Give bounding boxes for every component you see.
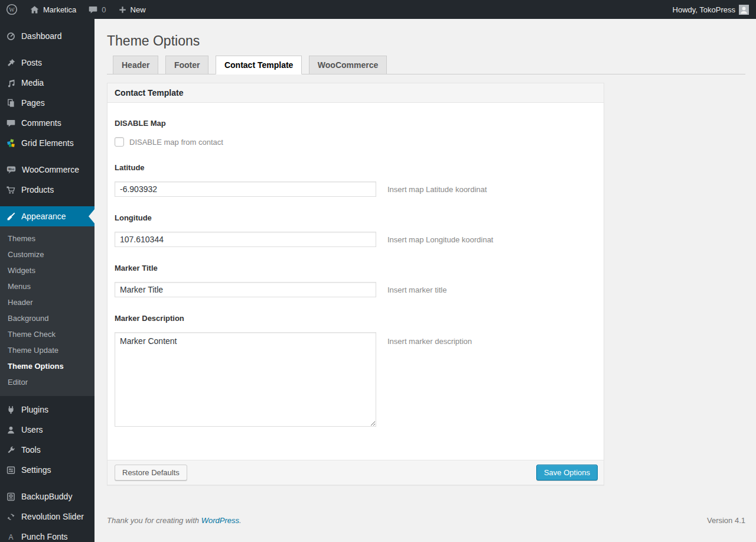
tab-bar: Header Footer Contact Template WooCommer… <box>107 56 745 74</box>
svg-text:A: A <box>9 533 14 541</box>
font-icon: A <box>6 532 16 542</box>
panel-header: Contact Template <box>107 83 604 103</box>
appearance-submenu: Themes Customize Widgets Menus Header Ba… <box>0 226 94 396</box>
submenu-item-theme-update[interactable]: Theme Update <box>0 342 94 358</box>
comments-icon <box>6 118 16 128</box>
sidebar-item-grid-elements[interactable]: Grid Elements <box>0 133 94 153</box>
plugin-icon <box>6 405 16 415</box>
marker-title-label: Marker Title <box>115 264 592 272</box>
contact-template-panel: Contact Template DISABLE Map DISABLE map… <box>107 83 604 485</box>
submenu-item-theme-options[interactable]: Theme Options <box>0 358 94 374</box>
footer-thanks: Thank you for creating with WordPress. <box>107 516 242 525</box>
comment-count: 0 <box>102 5 106 14</box>
sidebar-item-settings[interactable]: Settings <box>0 460 94 480</box>
wordpress-icon: W <box>6 4 18 15</box>
sidebar-item-backupbuddy[interactable]: BackupBuddy <box>0 486 94 507</box>
sidebar-item-media[interactable]: Media <box>0 73 94 93</box>
marker-description-label: Marker Description <box>115 314 592 323</box>
disable-map-checkbox[interactable] <box>115 137 124 147</box>
disable-map-label: DISABLE Map <box>115 119 592 128</box>
comments-indicator[interactable]: 0 <box>82 0 112 19</box>
sidebar-item-posts[interactable]: Posts <box>0 53 94 73</box>
sidebar-item-appearance[interactable]: Appearance <box>0 206 94 226</box>
home-icon <box>30 5 40 15</box>
panel-footer: Restore Defaults Save Options <box>107 460 604 485</box>
longitude-hint: Insert map Longitude koordinat <box>387 235 493 244</box>
menu-separator <box>0 480 94 486</box>
brush-icon <box>6 212 16 222</box>
restore-defaults-button[interactable]: Restore Defaults <box>115 465 187 481</box>
backup-icon <box>6 492 16 502</box>
cycle-icon <box>6 512 16 522</box>
save-options-button[interactable]: Save Options <box>536 465 598 481</box>
submenu-item-widgets[interactable]: Widgets <box>0 262 94 278</box>
sidebar-item-revolution-slider[interactable]: Revolution Slider <box>0 507 94 527</box>
disable-map-checkbox-label: DISABLE map from contact <box>129 138 223 147</box>
tab-woocommerce[interactable]: WooCommerce <box>309 56 387 74</box>
sidebar-item-tools[interactable]: Tools <box>0 440 94 460</box>
longitude-label: Longitude <box>115 213 592 222</box>
sidebar-item-products[interactable]: Products <box>0 180 94 200</box>
marker-title-hint: Insert marker title <box>387 285 447 294</box>
site-name-link[interactable]: Marketica <box>24 0 82 19</box>
marker-description-textarea[interactable]: Marker Content <box>115 332 376 427</box>
admin-bar: W Marketica 0 New Howdy, TokoPress <box>0 0 756 19</box>
submenu-item-editor[interactable]: Editor <box>0 374 94 390</box>
grid-elements-icon <box>6 138 16 148</box>
current-menu-arrow <box>89 209 94 223</box>
new-label: New <box>131 5 146 14</box>
sidebar-item-comments[interactable]: Comments <box>0 113 94 133</box>
howdy-text: Howdy, TokoPress <box>673 5 735 14</box>
sidebar-item-woocommerce[interactable]: Woo WooCommerce <box>0 160 94 180</box>
cart-icon <box>6 185 16 195</box>
wordpress-logo[interactable]: W <box>0 0 24 19</box>
tab-footer[interactable]: Footer <box>165 56 209 74</box>
marker-title-input[interactable] <box>115 282 376 297</box>
tab-contact-template[interactable]: Contact Template <box>216 56 302 74</box>
latitude-input[interactable] <box>115 181 376 197</box>
site-name: Marketica <box>43 5 76 14</box>
pages-icon <box>6 98 16 108</box>
menu-separator <box>0 153 94 160</box>
tab-header[interactable]: Header <box>113 56 158 74</box>
sidebar-item-punch-fonts[interactable]: A Punch Fonts <box>0 527 94 542</box>
new-content-button[interactable]: New <box>112 0 152 19</box>
settings-icon <box>6 465 16 475</box>
submenu-item-background[interactable]: Background <box>0 310 94 326</box>
marker-title-field: Marker Title Insert marker title <box>115 264 592 297</box>
longitude-input[interactable] <box>115 232 376 247</box>
user-icon <box>6 425 16 435</box>
plus-icon <box>118 5 127 14</box>
account-menu[interactable]: Howdy, TokoPress <box>667 0 756 19</box>
longitude-field: Longitude Insert map Longitude koordinat <box>115 213 592 247</box>
marker-description-hint: Insert marker description <box>387 332 472 346</box>
sidebar-item-dashboard[interactable]: Dashboard <box>0 26 94 46</box>
admin-sidebar: Dashboard Posts Media Pages Co <box>0 19 94 542</box>
woocommerce-icon: Woo <box>6 164 17 175</box>
submenu-item-themes[interactable]: Themes <box>0 231 94 246</box>
submenu-item-theme-check[interactable]: Theme Check <box>0 326 94 342</box>
avatar <box>739 5 749 15</box>
submenu-item-customize[interactable]: Customize <box>0 246 94 262</box>
sidebar-item-plugins[interactable]: Plugins <box>0 400 94 420</box>
submenu-item-menus[interactable]: Menus <box>0 278 94 294</box>
sidebar-item-pages[interactable]: Pages <box>0 93 94 113</box>
main-content: Theme Options Header Footer Contact Temp… <box>94 19 756 538</box>
disable-map-field: DISABLE Map DISABLE map from contact <box>115 119 592 147</box>
page-footer: Thank you for creating with WordPress. V… <box>107 516 745 538</box>
wordpress-link[interactable]: WordPress <box>201 516 239 525</box>
wrench-icon <box>6 445 16 455</box>
latitude-hint: Insert map Latitude koordinat <box>387 185 487 194</box>
pin-icon <box>6 58 16 68</box>
panel-body: DISABLE Map DISABLE map from contact Lat… <box>107 103 604 460</box>
media-icon <box>6 78 16 88</box>
menu-separator <box>0 200 94 206</box>
marker-description-field: Marker Description Marker Content Insert… <box>115 314 592 427</box>
dashboard-icon <box>6 31 16 41</box>
menu-separator <box>0 46 94 53</box>
sidebar-item-users[interactable]: Users <box>0 420 94 440</box>
footer-version: Version 4.1 <box>707 516 745 525</box>
svg-text:Woo: Woo <box>8 168 14 171</box>
submenu-item-header[interactable]: Header <box>0 294 94 310</box>
comment-bubble-icon <box>88 5 98 15</box>
